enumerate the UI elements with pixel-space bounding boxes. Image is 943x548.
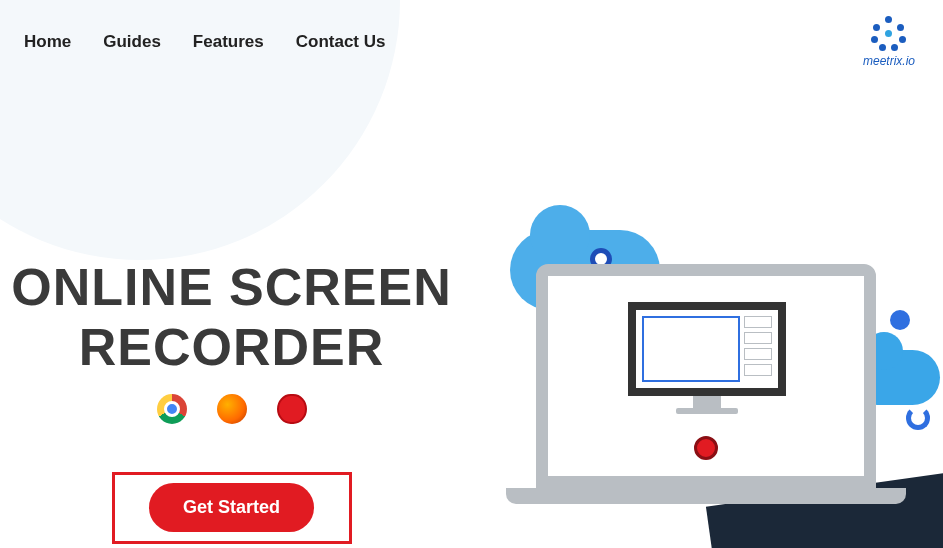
nav-features[interactable]: Features bbox=[193, 32, 264, 52]
cta-highlight-box: Get Started bbox=[112, 472, 352, 544]
supported-browsers bbox=[8, 394, 455, 424]
nav-contact[interactable]: Contact Us bbox=[296, 32, 386, 52]
hero-title: ONLINE SCREEN RECORDER bbox=[8, 258, 455, 378]
hero-content: ONLINE SCREEN RECORDER Get Started bbox=[0, 258, 455, 544]
nav-links: Home Guides Features Contact Us bbox=[24, 32, 385, 52]
brand-name: meetrix.io bbox=[863, 54, 915, 68]
logo-icon bbox=[871, 16, 907, 52]
opera-icon bbox=[277, 394, 307, 424]
hero-title-line1: ONLINE SCREEN bbox=[11, 258, 452, 316]
firefox-icon bbox=[217, 394, 247, 424]
chrome-icon bbox=[157, 394, 187, 424]
hero-title-line2: RECORDER bbox=[79, 318, 385, 376]
nav-home[interactable]: Home bbox=[24, 32, 71, 52]
brand-logo[interactable]: meetrix.io bbox=[863, 16, 915, 68]
nav-guides[interactable]: Guides bbox=[103, 32, 161, 52]
navbar: Home Guides Features Contact Us meetrix.… bbox=[0, 0, 943, 68]
get-started-button[interactable]: Get Started bbox=[149, 483, 314, 532]
